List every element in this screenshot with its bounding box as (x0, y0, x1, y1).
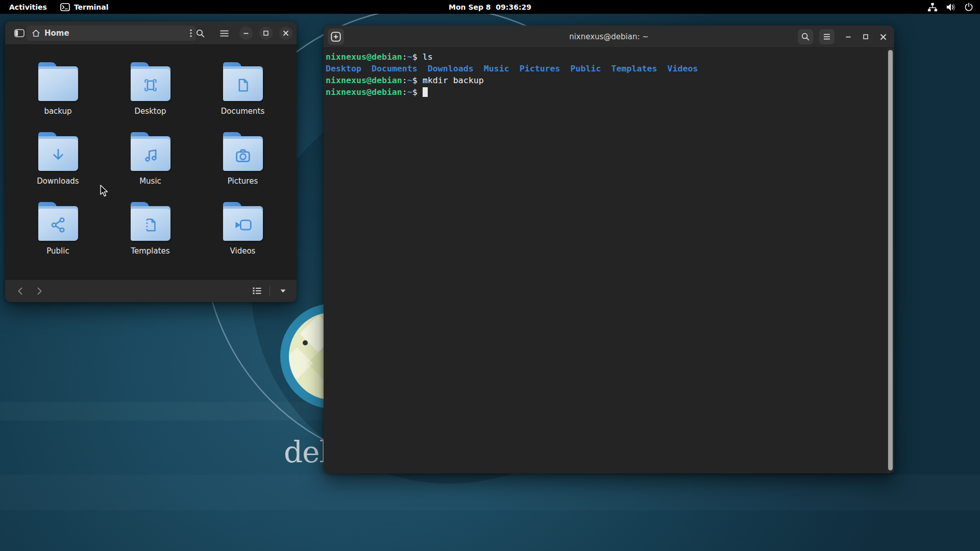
terminal-icon (60, 3, 70, 11)
terminal-headerbar: nixnexus@debian: ~ (324, 26, 894, 48)
folder-label: Documents (221, 107, 265, 116)
files-maximize-button[interactable] (259, 27, 273, 40)
music-emblem-icon (141, 146, 160, 164)
terminal-screen[interactable]: nixnexus@debian:~$ lsDesktop Documents D… (324, 48, 894, 473)
folder-icon (223, 62, 263, 101)
folder-item-backup[interactable]: backup (12, 61, 104, 131)
cursor-arrow-icon (100, 185, 109, 198)
home-icon (32, 29, 40, 37)
folder-icon (131, 132, 170, 171)
folder-icon (38, 202, 78, 241)
chevron-down-icon (280, 289, 286, 293)
minimize-icon (846, 36, 851, 38)
terminal-window: nixnexus@debian: ~ (324, 26, 894, 473)
view-toggle-button[interactable] (248, 282, 265, 299)
path-bar[interactable]: Home (27, 26, 196, 41)
share-emblem-icon (49, 216, 67, 234)
folder-item-desktop[interactable]: Desktop (104, 61, 197, 131)
chevron-left-icon (18, 287, 22, 295)
focused-app-label: Terminal (74, 3, 109, 11)
hamburger-icon (220, 30, 229, 37)
sidebar-toggle-button[interactable] (11, 25, 28, 41)
volume-icon (945, 2, 957, 12)
terminal-line: nixnexus@debian:~$ ls (326, 51, 885, 63)
desktop-emblem-icon (141, 76, 160, 94)
search-icon (801, 33, 810, 41)
folder-item-documents[interactable]: Documents (197, 61, 289, 131)
terminal-line: Desktop Documents Downloads Music Pictur… (326, 63, 885, 74)
folder-label: Pictures (228, 177, 258, 186)
folder-icon (131, 202, 170, 241)
terminal-close-button[interactable] (880, 34, 886, 40)
close-icon (283, 31, 288, 36)
files-close-button[interactable] (279, 27, 292, 40)
folder-item-public[interactable]: Public (12, 201, 104, 271)
terminal-scrollbar[interactable] (887, 48, 894, 472)
folder-label: Videos (230, 246, 256, 256)
list-view-icon (253, 287, 261, 294)
files-window: Home (5, 21, 297, 302)
terminal-maximize-button[interactable] (863, 34, 868, 39)
top-bar: Activities Terminal Mon Sep 8 09:36:29 (0, 0, 980, 14)
power-icon (964, 2, 974, 12)
files-minimize-button[interactable] (239, 27, 253, 40)
terminal-minimize-button[interactable] (846, 36, 851, 38)
folder-label: Music (139, 177, 161, 186)
template-emblem-icon (142, 216, 159, 234)
close-icon (880, 34, 886, 40)
folder-item-music[interactable]: Music (104, 131, 197, 201)
terminal-menu-button[interactable] (819, 29, 835, 44)
folder-item-videos[interactable]: Videos (197, 201, 289, 271)
folder-icon (131, 62, 170, 101)
files-menu-button[interactable] (215, 24, 233, 42)
video-emblem-icon (233, 217, 253, 233)
folder-icon (223, 132, 263, 171)
minimize-icon (243, 33, 249, 34)
path-label: Home (44, 29, 69, 38)
back-button[interactable] (11, 282, 29, 299)
folder-icon (38, 132, 78, 171)
maximize-icon (263, 31, 268, 36)
folder-item-templates[interactable]: Templates (104, 201, 197, 271)
bottombar-separator (270, 285, 270, 296)
folder-label: Templates (131, 246, 169, 256)
folder-label: backup (44, 107, 71, 116)
chevron-right-icon (37, 287, 42, 295)
folder-item-downloads[interactable]: Downloads (12, 131, 104, 201)
folder-label: Downloads (37, 177, 79, 186)
network-wired-icon (927, 2, 938, 12)
activities-button[interactable]: Activities (9, 3, 47, 11)
view-options-dropdown[interactable] (274, 282, 291, 299)
camera-emblem-icon (233, 146, 253, 164)
clock[interactable]: Mon Sep 8 09:36:29 (449, 3, 531, 11)
terminal-scrollbar-thumb[interactable] (888, 50, 893, 470)
terminal-line: nixnexus@debian:~$ (326, 86, 885, 98)
maximize-icon (863, 34, 868, 39)
folder-item-pictures[interactable]: Pictures (197, 131, 289, 201)
document-emblem-icon (234, 77, 252, 94)
folder-label: Public (46, 246, 69, 256)
folder-label: Desktop (135, 107, 166, 116)
terminal-cursor (423, 87, 428, 97)
files-bottombar (5, 279, 297, 302)
mouse-cursor (100, 185, 109, 198)
forward-button[interactable] (31, 282, 48, 299)
files-headerbar: Home (5, 21, 297, 45)
folder-icon (223, 202, 263, 241)
files-grid: backup Desktop Documents Downloads Music (12, 61, 289, 271)
system-status-area[interactable] (927, 2, 974, 12)
folder-icon (38, 62, 78, 101)
hamburger-icon (823, 34, 830, 40)
focused-app-indicator[interactable]: Terminal (60, 3, 109, 11)
terminal-search-button[interactable] (798, 29, 813, 44)
download-emblem-icon (49, 146, 67, 164)
sidebar-icon (14, 29, 24, 37)
files-search-button[interactable] (191, 24, 209, 42)
search-icon (196, 29, 205, 38)
terminal-line: nixnexus@debian:~$ mkdir backup (326, 74, 885, 86)
